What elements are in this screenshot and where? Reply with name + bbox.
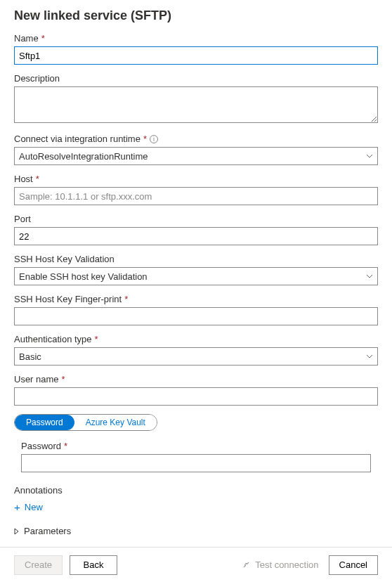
connection-icon <box>242 560 251 569</box>
footer-right-buttons: Test connection Cancel <box>242 555 378 575</box>
tab-password[interactable]: Password <box>15 415 74 430</box>
field-runtime: Connect via integration runtime* i AutoR… <box>14 134 378 165</box>
field-annotations: Annotations + New <box>14 485 378 513</box>
port-input[interactable] <box>14 227 378 245</box>
label-username: User name* <box>14 374 378 384</box>
tab-azure-key-vault[interactable]: Azure Key Vault <box>74 415 157 430</box>
info-icon[interactable]: i <box>150 135 158 143</box>
auth-type-value: Basic <box>19 351 41 362</box>
chevron-down-icon <box>366 354 373 358</box>
label-ssh-validation: SSH Host Key Validation <box>14 254 378 264</box>
expander-parameters[interactable]: Parameters <box>14 526 378 536</box>
password-input[interactable] <box>21 454 371 472</box>
ssh-validation-value: Enable SSH host key Validation <box>19 271 148 282</box>
field-host: Host* <box>14 174 378 205</box>
plus-icon: + <box>14 501 20 513</box>
back-button[interactable]: Back <box>70 555 117 575</box>
required-asterisk: * <box>124 294 128 304</box>
runtime-value: AutoResolveIntegrationRuntime <box>19 151 148 162</box>
chevron-down-icon <box>366 154 373 158</box>
field-description: Description <box>14 73 378 125</box>
credential-source-toggle: Password Azure Key Vault <box>14 414 157 431</box>
password-section: Password Azure Key Vault Password* <box>14 414 378 479</box>
password-box: Password* <box>14 436 378 479</box>
required-asterisk: * <box>41 33 45 44</box>
field-ssh-validation: SSH Host Key Validation Enable SSH host … <box>14 254 378 285</box>
field-ssh-fingerprint: SSH Host Key Finger-print* <box>14 294 378 325</box>
label-password: Password* <box>21 441 371 451</box>
field-auth-type: Authentication type* Basic <box>14 334 378 366</box>
field-port: Port <box>14 214 378 245</box>
auth-type-select[interactable]: Basic <box>14 347 378 366</box>
required-asterisk: * <box>64 441 67 451</box>
label-ssh-fingerprint: SSH Host Key Finger-print* <box>14 294 378 304</box>
label-annotations: Annotations <box>14 485 378 496</box>
footer-bar: Create Back Test connection Cancel <box>0 547 392 582</box>
ssh-validation-select[interactable]: Enable SSH host key Validation <box>14 267 378 285</box>
triangle-right-icon <box>14 528 20 535</box>
new-annotation-label: New <box>25 502 43 512</box>
field-username: User name* <box>14 374 378 406</box>
label-auth-type: Authentication type* <box>14 334 378 344</box>
required-asterisk: * <box>62 374 65 384</box>
expander-parameters-label: Parameters <box>24 526 71 536</box>
ssh-fingerprint-input[interactable] <box>14 307 378 325</box>
panel-title: New linked service (SFTP) <box>14 8 378 23</box>
required-asterisk: * <box>143 134 147 144</box>
test-connection-button: Test connection <box>242 560 318 570</box>
required-asterisk: * <box>95 334 98 344</box>
footer-left-buttons: Create Back <box>14 555 117 575</box>
host-input[interactable] <box>14 187 378 205</box>
cancel-button[interactable]: Cancel <box>329 555 378 575</box>
label-runtime: Connect via integration runtime* i <box>14 134 378 144</box>
runtime-select[interactable]: AutoResolveIntegrationRuntime <box>14 147 378 165</box>
description-textarea[interactable] <box>14 86 378 123</box>
required-asterisk: * <box>36 174 39 184</box>
username-input[interactable] <box>14 387 378 406</box>
label-host: Host* <box>14 174 378 184</box>
label-description: Description <box>14 73 378 84</box>
label-name: Name* <box>14 33 378 44</box>
test-connection-label: Test connection <box>255 560 318 570</box>
label-port: Port <box>14 214 378 224</box>
linked-service-panel: New linked service (SFTP) Name* Descript… <box>0 0 392 547</box>
add-annotation-button[interactable]: + New <box>14 501 43 513</box>
field-name: Name* <box>14 33 378 65</box>
name-input[interactable] <box>14 46 378 65</box>
chevron-down-icon <box>366 274 373 278</box>
create-button: Create <box>14 555 63 575</box>
